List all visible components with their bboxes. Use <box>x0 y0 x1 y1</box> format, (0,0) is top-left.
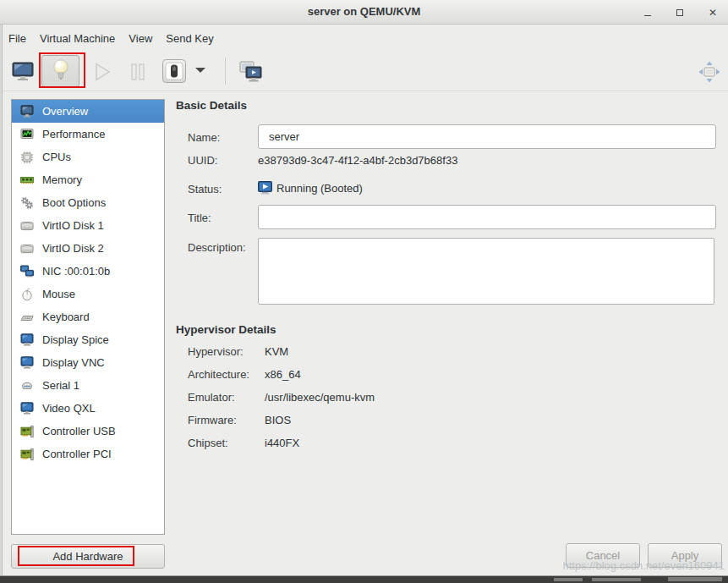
background-window-strip <box>0 576 728 583</box>
firmware-value: BIOS <box>265 414 291 426</box>
hardware-list: Overview Performance CPUs Memory Boot Op… <box>11 99 165 535</box>
dual-monitor-icon <box>239 61 263 83</box>
gears-icon <box>19 196 35 210</box>
monitor-play-icon <box>258 181 272 195</box>
fullscreen-arrows-icon <box>697 59 722 85</box>
status-label: Status: <box>188 183 222 195</box>
status-row: Running (Booted) <box>258 181 363 195</box>
sidebar-item-label: Controller USB <box>42 425 116 437</box>
sidebar-item-label: Boot Options <box>42 196 106 209</box>
memory-icon <box>19 173 35 187</box>
disk-icon <box>19 219 35 233</box>
sidebar-item-display-spice[interactable]: Display Spice <box>12 328 164 351</box>
hypervisor-value: KVM <box>265 345 288 358</box>
pause-icon <box>129 62 147 82</box>
menubar: File Virtual Machine View Send Key <box>0 25 728 52</box>
maximize-button[interactable] <box>671 4 688 21</box>
console-button[interactable] <box>12 62 34 82</box>
firmware-label: Firmware: <box>188 414 237 426</box>
sidebar-item-label: VirtIO Disk 2 <box>42 242 104 255</box>
sidebar-item-virtio-disk-2[interactable]: VirtIO Disk 2 <box>12 237 164 260</box>
shutdown-menu-button[interactable] <box>195 68 205 73</box>
sidebar-item-label: Serial 1 <box>42 379 79 392</box>
hypervisor-details-heading: Hypervisor Details <box>176 323 276 336</box>
minimize-button[interactable] <box>639 4 656 21</box>
sidebar-item-label: Display Spice <box>42 333 109 346</box>
architecture-label: Architecture: <box>188 368 249 381</box>
toolbar-separator <box>225 58 226 85</box>
name-input[interactable] <box>258 124 716 149</box>
architecture-value: x86_64 <box>265 368 301 381</box>
title-label: Title: <box>188 212 211 224</box>
uuid-value: e38793d9-3c47-4f12-a4bf-2cb3d7b68f33 <box>258 154 457 167</box>
shutdown-button[interactable] <box>161 58 187 84</box>
sidebar-item-display-vnc[interactable]: Display VNC <box>12 351 164 374</box>
resize-to-vm-button[interactable] <box>697 59 722 85</box>
strip-mark <box>668 577 722 581</box>
status-value: Running (Booted) <box>276 182 363 195</box>
title-input[interactable] <box>258 205 716 229</box>
sidebar-item-memory[interactable]: Memory <box>12 168 164 191</box>
sidebar-item-label: Memory <box>42 173 82 186</box>
close-icon: ✕ <box>709 8 717 18</box>
add-hardware-button[interactable]: Add Hardware <box>11 544 165 569</box>
display-icon <box>19 402 35 415</box>
display-icon <box>19 356 35 370</box>
sidebar-item-controller-pci[interactable]: Controller PCI <box>12 443 164 465</box>
menu-file[interactable]: File <box>8 25 33 52</box>
power-switch-icon <box>161 58 187 84</box>
sidebar-item-label: Display VNC <box>42 356 105 369</box>
watermark: https://blog.csdn.net/even160941 <box>562 559 725 572</box>
maximize-icon <box>676 9 683 16</box>
description-label: Description: <box>188 241 246 254</box>
basic-details-heading: Basic Details <box>176 99 247 112</box>
description-input[interactable] <box>258 238 714 305</box>
display-icon <box>19 333 35 347</box>
titlebar: server on QEMU/KVM ✕ <box>0 0 728 25</box>
sidebar-item-mouse[interactable]: Mouse <box>12 283 164 305</box>
mouse-icon <box>19 288 35 301</box>
toolbar <box>0 52 728 91</box>
network-icon <box>19 265 35 278</box>
sidebar-item-cpus[interactable]: CPUs <box>12 146 164 168</box>
serial-icon <box>19 379 35 393</box>
details-button[interactable] <box>41 55 79 87</box>
chevron-down-icon <box>195 68 205 73</box>
keyboard-icon <box>19 311 35 324</box>
sidebar-item-label: Keyboard <box>42 311 90 323</box>
sidebar-item-nic[interactable]: NIC :00:01:0b <box>12 260 164 283</box>
cpu-icon <box>19 151 35 164</box>
pause-button[interactable] <box>129 62 147 82</box>
menu-view[interactable]: View <box>122 25 159 52</box>
chipset-label: Chipset: <box>188 437 228 449</box>
sidebar-item-label: CPUs <box>42 151 71 163</box>
sidebar-item-keyboard[interactable]: Keyboard <box>12 305 164 328</box>
strip-mark <box>554 578 583 581</box>
play-icon <box>93 62 112 82</box>
background-window-edge-left <box>0 25 3 576</box>
sidebar-item-overview[interactable]: Overview <box>12 100 164 123</box>
strip-mark <box>592 578 641 581</box>
performance-icon <box>19 128 35 141</box>
sidebar-item-performance[interactable]: Performance <box>12 123 164 146</box>
uuid-label: UUID: <box>188 154 217 167</box>
virt-manager-window: server on QEMU/KVM ✕ File Virtual Machin… <box>0 0 728 583</box>
run-button[interactable] <box>93 62 112 82</box>
sidebar-item-label: Video QXL <box>42 402 96 415</box>
sidebar-item-boot-options[interactable]: Boot Options <box>12 191 164 214</box>
sidebar-item-label: VirtIO Disk 1 <box>42 219 104 232</box>
sidebar-item-video-qxl[interactable]: Video QXL <box>12 397 164 420</box>
sidebar-item-controller-usb[interactable]: Controller USB <box>12 420 164 443</box>
hypervisor-label: Hypervisor: <box>188 345 244 358</box>
sidebar-item-label: Mouse <box>42 288 75 300</box>
fullscreen-console-button[interactable] <box>239 61 263 83</box>
sidebar-item-serial-1[interactable]: Serial 1 <box>12 374 164 397</box>
menu-virtual-machine[interactable]: Virtual Machine <box>33 25 122 52</box>
sidebar-item-virtio-disk-1[interactable]: VirtIO Disk 1 <box>12 214 164 237</box>
chipset-value: i440FX <box>265 437 299 449</box>
card-icon <box>19 448 35 461</box>
close-button[interactable]: ✕ <box>704 4 721 21</box>
emulator-label: Emulator: <box>188 391 235 404</box>
menu-send-key[interactable]: Send Key <box>159 25 220 52</box>
monitor-icon <box>12 62 34 82</box>
